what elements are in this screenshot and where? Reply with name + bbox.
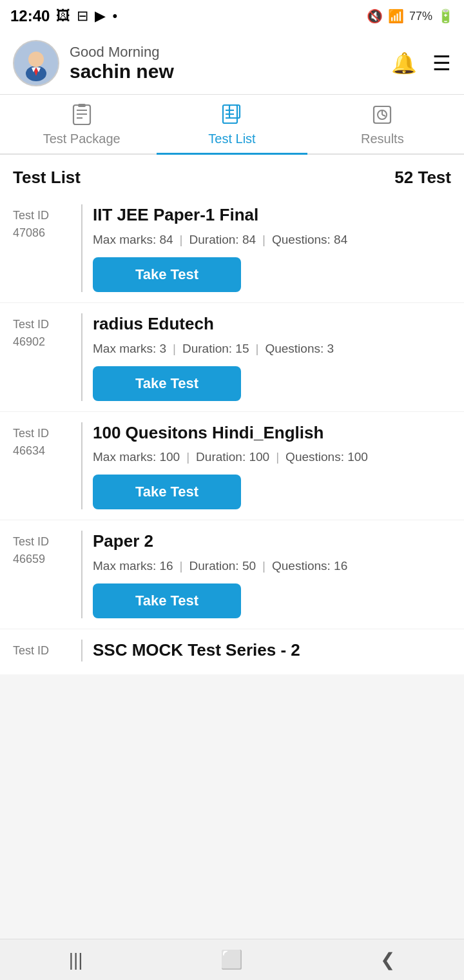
test-meta: Max marks: 3 | Duration: 15 | Questions:… (93, 342, 451, 356)
test-meta: Max marks: 84 | Duration: 84 | Questions… (93, 233, 451, 247)
list-item: Test ID 47086 IIT JEE Paper-1 Final Max … (0, 194, 464, 303)
status-icon-play: ▶ (95, 8, 106, 24)
list-title: Test List (13, 168, 81, 188)
test-name: IIT JEE Paper-1 Final (93, 204, 451, 226)
list-count: 52 Test (394, 168, 451, 188)
test-id-label: Test ID (13, 642, 49, 660)
list-header: Test List 52 Test (0, 155, 464, 194)
status-time: 12:40 (10, 7, 50, 25)
questions: Questions: 16 (272, 559, 347, 573)
test-meta: Max marks: 16 | Duration: 50 | Questions… (93, 559, 451, 573)
status-wifi-icon: 📶 (388, 8, 404, 24)
tab-test-list[interactable]: Test List (157, 95, 307, 155)
tabs: Test Package Test List Results (0, 95, 464, 155)
max-marks: Max marks: 84 (93, 233, 173, 247)
tab-test-package[interactable]: Test Package (6, 95, 157, 153)
svg-point-2 (28, 52, 44, 67)
status-dot: • (112, 8, 117, 24)
test-id-number: 46659 (13, 551, 45, 568)
svg-rect-10 (78, 104, 86, 107)
test-id-label: Test ID (13, 207, 49, 224)
test-list: Test ID 47086 IIT JEE Paper-1 Final Max … (0, 194, 464, 674)
status-bar: 12:40 🖼 ⊟ ▶ • 🔇 📶 77% 🔋 (0, 0, 464, 32)
test-name: SSC MOCK Test Series - 2 (93, 640, 451, 662)
test-meta: Max marks: 100 | Duration: 100 | Questio… (93, 450, 451, 464)
test-content: 100 Quesitons Hindi_English Max marks: 1… (81, 422, 451, 510)
duration: Duration: 50 (189, 559, 256, 573)
status-mute-icon: 🔇 (367, 8, 383, 24)
nav-menu-button[interactable]: ||| (50, 943, 102, 977)
duration: Duration: 15 (182, 342, 249, 356)
list-item: Test ID 46634 100 Quesitons Hindi_Englis… (0, 412, 464, 521)
list-item: Test ID 46659 Paper 2 Max marks: 16 | Du… (0, 520, 464, 629)
test-content: Paper 2 Max marks: 16 | Duration: 50 | Q… (81, 531, 451, 618)
test-id-label: Test ID (13, 316, 49, 333)
tab-test-package-label: Test Package (43, 132, 121, 146)
test-id-block: Test ID 46902 (13, 313, 71, 351)
results-icon (371, 104, 393, 129)
svg-line-19 (382, 115, 385, 116)
test-id-number: 46902 (13, 333, 45, 351)
test-id-block: Test ID 47086 (13, 204, 71, 242)
bell-icon[interactable]: 🔔 (391, 51, 417, 75)
test-name: Paper 2 (93, 531, 451, 553)
take-test-button[interactable]: Take Test (93, 475, 241, 509)
battery-icon: 🔋 (438, 8, 454, 24)
test-name: radius Edutech (93, 313, 451, 335)
max-marks: Max marks: 3 (93, 342, 166, 356)
test-id-label: Test ID (13, 533, 49, 551)
avatar (13, 40, 59, 86)
test-package-icon (71, 104, 93, 129)
max-marks: Max marks: 100 (93, 450, 180, 464)
test-id-block: Test ID 46659 (13, 531, 71, 568)
nav-back-button[interactable]: ❮ (361, 943, 414, 977)
questions: Questions: 3 (265, 342, 334, 356)
test-name: 100 Quesitons Hindi_English (93, 422, 451, 444)
list-item: Test ID SSC MOCK Test Series - 2 (0, 629, 464, 662)
nav-home-button[interactable]: ⬜ (201, 943, 262, 977)
svg-rect-12 (229, 105, 240, 118)
questions: Questions: 100 (285, 450, 368, 464)
test-id-number: 46634 (13, 442, 45, 460)
header: Good Morning sachin new 🔔 ☰ (0, 32, 464, 95)
test-id-label: Test ID (13, 425, 49, 442)
take-test-button[interactable]: Take Test (93, 366, 241, 401)
tab-results[interactable]: Results (307, 95, 458, 153)
greeting-text: Good Morning (70, 44, 174, 61)
test-id-number: 47086 (13, 224, 45, 242)
take-test-button[interactable]: Take Test (93, 257, 241, 292)
status-icon-box: ⊟ (77, 8, 88, 24)
test-content: SSC MOCK Test Series - 2 (81, 640, 451, 662)
test-content: IIT JEE Paper-1 Final Max marks: 84 | Du… (81, 204, 451, 292)
test-content: radius Edutech Max marks: 3 | Duration: … (81, 313, 451, 401)
nav-bar: ||| ⬜ ❮ (0, 939, 464, 980)
status-icon-photo: 🖼 (56, 8, 70, 24)
questions: Questions: 84 (272, 233, 347, 247)
menu-icon[interactable]: ☰ (432, 51, 451, 75)
test-list-icon (221, 104, 243, 129)
tab-test-list-label: Test List (208, 132, 255, 146)
tab-results-label: Results (361, 132, 404, 146)
test-id-block: Test ID 46634 (13, 422, 71, 460)
battery-level: 77% (409, 10, 432, 23)
test-id-block: Test ID (13, 640, 71, 662)
take-test-button[interactable]: Take Test (93, 583, 241, 618)
user-name: sachin new (70, 61, 174, 83)
max-marks: Max marks: 16 (93, 559, 173, 573)
duration: Duration: 100 (196, 450, 269, 464)
list-item: Test ID 46902 radius Edutech Max marks: … (0, 303, 464, 412)
duration: Duration: 84 (189, 233, 256, 247)
